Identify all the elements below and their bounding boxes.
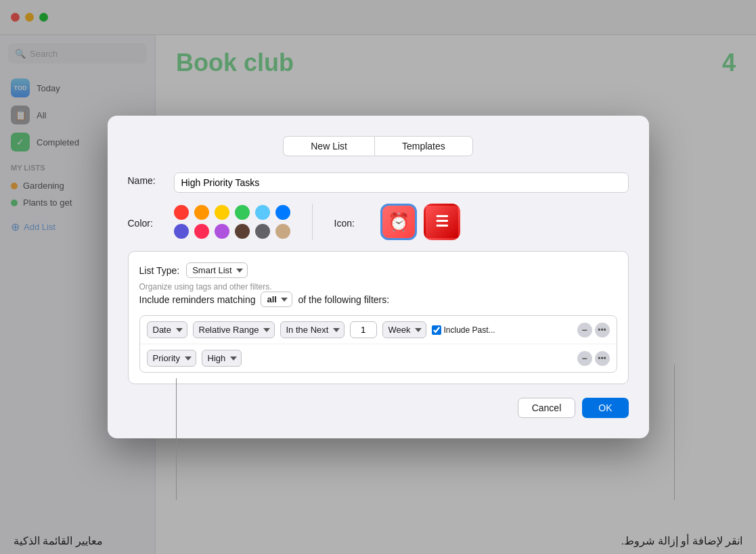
annotation-right-text: انقر لإضافة أو إزالة شروط. <box>621 534 742 547</box>
filter-row-date-actions: − ••• <box>577 323 610 338</box>
cancel-button[interactable]: Cancel <box>518 398 576 418</box>
remove-priority-filter-button[interactable]: − <box>577 351 592 366</box>
filter-rows: Date Relative Range In the Next Week Inc <box>139 315 617 373</box>
filter-row-priority-actions: − ••• <box>577 351 610 366</box>
color-row-2 <box>174 224 290 239</box>
more-priority-filter-button[interactable]: ••• <box>595 351 610 366</box>
icon-clock[interactable]: ⏰ <box>380 204 417 240</box>
color-violet[interactable] <box>215 224 229 239</box>
list-type-label: List Type: <box>139 265 180 276</box>
filter-condition-high[interactable]: High <box>202 350 242 367</box>
name-label: Name: <box>128 172 166 186</box>
tab-templates[interactable]: Templates <box>374 136 473 156</box>
list-type-section: List Type: Smart List Organize using tag… <box>128 251 629 384</box>
filter-number-input[interactable] <box>350 321 377 338</box>
color-yellow[interactable] <box>215 205 229 220</box>
tab-new-list[interactable]: New List <box>283 136 374 156</box>
filter-field-priority[interactable]: Priority <box>147 350 196 367</box>
color-gray[interactable] <box>255 224 270 239</box>
annotation-line-right <box>674 365 675 500</box>
modal-dialog: New List Templates Name: Color: <box>108 116 649 438</box>
color-red[interactable] <box>174 205 189 220</box>
filter-row-date: Date Relative Range In the Next Week Inc <box>140 316 617 344</box>
list-type-select[interactable]: Smart List <box>186 262 248 278</box>
icon-list[interactable]: ☰ <box>424 204 460 240</box>
color-purple[interactable] <box>174 224 189 239</box>
color-orange[interactable] <box>194 205 209 220</box>
filter-unit-week[interactable]: Week <box>382 321 426 338</box>
match-select[interactable]: all <box>261 292 292 307</box>
include-past-text: Include Past... <box>444 325 495 335</box>
clock-icon-glyph: ⏰ <box>388 212 409 233</box>
include-past-label[interactable]: Include Past... <box>432 325 495 335</box>
include-past-checkbox[interactable] <box>432 325 441 335</box>
color-label: Color: <box>128 215 166 229</box>
color-blue[interactable] <box>275 205 290 220</box>
color-brown[interactable] <box>235 224 250 239</box>
filter-row-priority: Priority High − ••• <box>140 344 617 372</box>
dialog-buttons: Cancel OK <box>128 398 629 418</box>
color-picker <box>174 205 290 239</box>
list-type-row: List Type: Smart List <box>139 262 617 278</box>
filter-condition-relative[interactable]: Relative Range <box>193 321 275 338</box>
list-type-hint: Organize using tags and other filters. <box>139 282 617 292</box>
annotations: معايير القائمة الذكية انقر لإضافة أو إزا… <box>0 534 756 547</box>
filters-suffix: of the following filters: <box>298 294 389 305</box>
color-pink[interactable] <box>194 224 209 239</box>
include-label: Include reminders matching <box>139 294 256 305</box>
name-input[interactable] <box>174 172 629 193</box>
more-date-filter-button[interactable]: ••• <box>595 323 610 338</box>
modal-overlay: New List Templates Name: Color: <box>0 0 756 554</box>
color-row-1 <box>174 205 290 220</box>
filters-intro: Include reminders matching all of the fo… <box>139 292 617 307</box>
color-tan[interactable] <box>275 224 290 239</box>
color-icon-row: Color: <box>128 204 629 240</box>
list-icon-glyph: ☰ <box>435 213 449 231</box>
filter-modifier-next[interactable]: In the Next <box>280 321 344 338</box>
icon-label: Icon: <box>334 215 372 229</box>
filter-field-date[interactable]: Date <box>147 321 187 338</box>
color-icon-divider <box>312 204 313 240</box>
tab-bar: New List Templates <box>128 136 629 156</box>
name-row: Name: <box>128 172 629 193</box>
remove-date-filter-button[interactable]: − <box>577 323 592 338</box>
annotation-left-text: معايير القائمة الذكية <box>14 534 103 547</box>
annotation-line-left <box>176 378 177 500</box>
ok-button[interactable]: OK <box>582 398 628 418</box>
color-lightblue[interactable] <box>255 205 270 220</box>
color-green[interactable] <box>235 205 250 220</box>
icon-picker: ⏰ ☰ <box>380 204 460 240</box>
